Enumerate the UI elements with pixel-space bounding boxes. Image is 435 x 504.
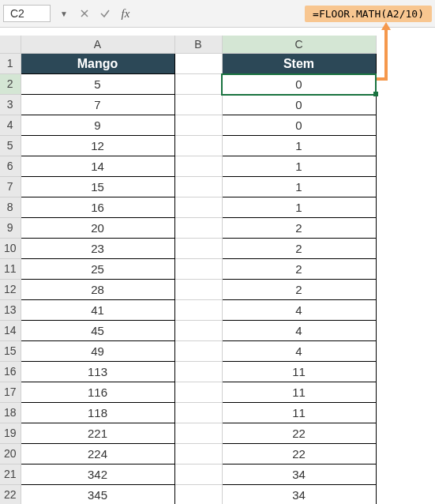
row-header[interactable]: 9 <box>0 218 21 239</box>
row-header[interactable]: 4 <box>0 115 21 136</box>
cell-A18[interactable]: 118 <box>21 403 174 423</box>
cell-C22[interactable]: 34 <box>222 485 376 505</box>
name-box[interactable]: C2 <box>3 5 51 22</box>
row-header[interactable]: 16 <box>0 362 21 382</box>
row-header[interactable]: 8 <box>0 197 21 218</box>
cell-A12[interactable]: 28 <box>21 280 174 300</box>
cell-A6[interactable]: 14 <box>21 156 174 177</box>
cell-C21[interactable]: 34 <box>222 465 376 485</box>
cell-A8[interactable]: 16 <box>21 197 174 218</box>
row-header[interactable]: 20 <box>0 444 21 465</box>
cell-B7[interactable] <box>174 177 222 197</box>
cell-A13[interactable]: 41 <box>21 300 174 321</box>
row-header[interactable]: 21 <box>0 465 21 485</box>
cell-B14[interactable] <box>174 321 222 341</box>
cell-A9[interactable]: 20 <box>21 218 174 239</box>
cell-C3[interactable]: 0 <box>222 95 376 115</box>
cell-C11[interactable]: 2 <box>222 259 376 280</box>
cell-A4[interactable]: 9 <box>21 115 174 136</box>
row-header[interactable]: 10 <box>0 239 21 259</box>
row-header[interactable]: 11 <box>0 259 21 280</box>
cell-C7[interactable]: 1 <box>222 177 376 197</box>
cell-C10[interactable]: 2 <box>222 239 376 259</box>
row-header[interactable]: 7 <box>0 177 21 197</box>
cell-A15[interactable]: 49 <box>21 341 174 362</box>
cell-B12[interactable] <box>174 280 222 300</box>
cell-B18[interactable] <box>174 403 222 423</box>
cell-C9[interactable]: 2 <box>222 218 376 239</box>
row-header[interactable]: 22 <box>0 485 21 505</box>
row-header[interactable]: 3 <box>0 95 21 115</box>
cell-C14[interactable]: 4 <box>222 321 376 341</box>
cell-C12[interactable]: 2 <box>222 280 376 300</box>
cell-B1[interactable] <box>174 54 222 74</box>
cell-A10[interactable]: 23 <box>21 239 174 259</box>
cell-B6[interactable] <box>174 156 222 177</box>
cell-B5[interactable] <box>174 136 222 156</box>
cell-A19[interactable]: 221 <box>21 423 174 444</box>
col-header-B[interactable]: B <box>174 36 222 54</box>
cell-B16[interactable] <box>174 362 222 382</box>
cell-A1[interactable]: Mango <box>21 54 174 74</box>
cell-A22[interactable]: 345 <box>21 485 174 505</box>
cell-A3[interactable]: 7 <box>21 95 174 115</box>
cell-B21[interactable] <box>174 465 222 485</box>
cell-A7[interactable]: 15 <box>21 177 174 197</box>
row-header[interactable]: 17 <box>0 382 21 403</box>
cell-C13[interactable]: 4 <box>222 300 376 321</box>
cell-C16[interactable]: 11 <box>222 362 376 382</box>
cell-C6[interactable]: 1 <box>222 156 376 177</box>
cell-B3[interactable] <box>174 95 222 115</box>
cell-B15[interactable] <box>174 341 222 362</box>
cell-C4[interactable]: 0 <box>222 115 376 136</box>
cancel-icon[interactable] <box>77 6 92 21</box>
name-box-dropdown-icon[interactable]: ▼ <box>57 9 71 18</box>
cell-B2[interactable] <box>174 74 222 95</box>
col-header-C[interactable]: C <box>222 36 376 54</box>
cell-A20[interactable]: 224 <box>21 444 174 465</box>
cell-C1[interactable]: Stem <box>222 54 376 74</box>
cell-A14[interactable]: 45 <box>21 321 174 341</box>
cell-B9[interactable] <box>174 218 222 239</box>
row-header[interactable]: 2 <box>0 74 21 95</box>
cell-B17[interactable] <box>174 382 222 403</box>
cell-A11[interactable]: 25 <box>21 259 174 280</box>
cell-B11[interactable] <box>174 259 222 280</box>
cell-C5[interactable]: 1 <box>222 136 376 156</box>
row-header[interactable]: 14 <box>0 321 21 341</box>
cell-B13[interactable] <box>174 300 222 321</box>
formula-display: =FLOOR.MATH(A2/10) <box>305 6 432 22</box>
row-header[interactable]: 18 <box>0 403 21 423</box>
cell-B10[interactable] <box>174 239 222 259</box>
cell-A2[interactable]: 5 <box>21 74 174 95</box>
cell-B8[interactable] <box>174 197 222 218</box>
cell-A17[interactable]: 116 <box>21 382 174 403</box>
cell-A21[interactable]: 342 <box>21 465 174 485</box>
cell-B20[interactable] <box>174 444 222 465</box>
cell-C18[interactable]: 11 <box>222 403 376 423</box>
fx-icon[interactable]: fx <box>118 6 133 21</box>
cell-B19[interactable] <box>174 423 222 444</box>
row-header[interactable]: 6 <box>0 156 21 177</box>
cell-B22[interactable] <box>174 485 222 505</box>
cell-C8[interactable]: 1 <box>222 197 376 218</box>
cell-C20[interactable]: 22 <box>222 444 376 465</box>
formula-bar: C2 ▼ fx =FLOOR.MATH(A2/10) <box>0 0 435 28</box>
col-header-A[interactable]: A <box>21 36 174 54</box>
cell-C17[interactable]: 11 <box>222 382 376 403</box>
cell-A16[interactable]: 113 <box>21 362 174 382</box>
row-header[interactable]: 1 <box>0 54 21 74</box>
cell-C2[interactable]: 0 <box>222 74 376 95</box>
check-icon[interactable] <box>98 6 112 21</box>
spreadsheet-grid[interactable]: A B C 1 Mango Stem 2 5 0 370 490 5121 61… <box>0 36 435 504</box>
row-header[interactable]: 13 <box>0 300 21 321</box>
row-header[interactable]: 19 <box>0 423 21 444</box>
cell-B4[interactable] <box>174 115 222 136</box>
row-header[interactable]: 12 <box>0 280 21 300</box>
cell-A5[interactable]: 12 <box>21 136 174 156</box>
row-header[interactable]: 15 <box>0 341 21 362</box>
select-all-corner[interactable] <box>0 36 21 54</box>
cell-C19[interactable]: 22 <box>222 423 376 444</box>
cell-C15[interactable]: 4 <box>222 341 376 362</box>
row-header[interactable]: 5 <box>0 136 21 156</box>
